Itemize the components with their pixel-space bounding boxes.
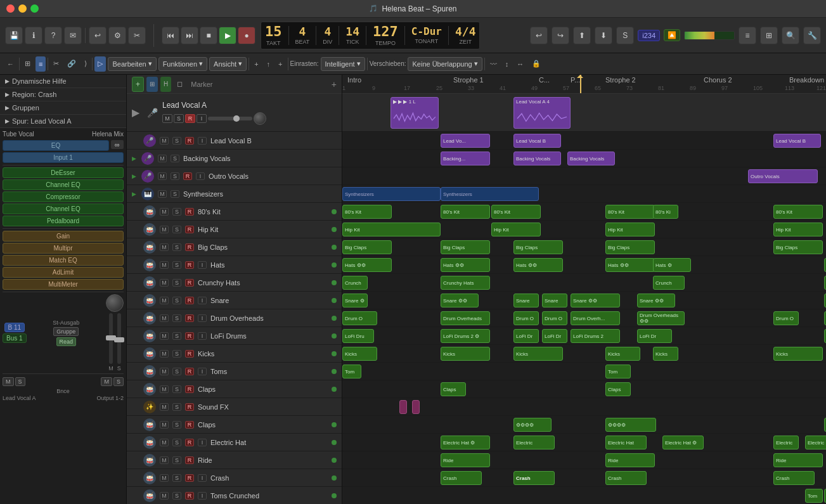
list-view-btn[interactable]: ≡ bbox=[35, 56, 46, 72]
marker-add-btn[interactable]: + bbox=[332, 79, 337, 89]
bus11-btn[interactable]: B 11 bbox=[4, 323, 25, 332]
clip-bigclaps-3[interactable]: Big Claps bbox=[513, 240, 563, 254]
M-btn-0[interactable]: M bbox=[160, 137, 169, 145]
R-btn-5[interactable]: R bbox=[185, 226, 194, 233]
clip-80kit-4[interactable]: 80's Kit bbox=[605, 205, 655, 219]
clip-outro-1[interactable]: Outro Vocals bbox=[748, 169, 818, 183]
clip-80kit-1[interactable]: 80's Kit bbox=[342, 205, 392, 219]
R-btn-7[interactable]: R bbox=[185, 261, 194, 269]
search-btn[interactable]: 🔍 bbox=[782, 27, 799, 44]
clip-do-1[interactable]: Drum O bbox=[342, 311, 377, 325]
clip-eh-5[interactable]: Electric bbox=[773, 436, 799, 449]
clip-do-6[interactable]: Drum Overheads ⚙⚙ bbox=[637, 311, 685, 325]
clip-lva-1[interactable]: ▶ ▶ ▶ 1 L bbox=[390, 97, 439, 129]
M-btn-16[interactable]: M bbox=[160, 421, 169, 429]
M-btn-15[interactable]: M bbox=[160, 403, 169, 411]
close-button[interactable] bbox=[6, 4, 15, 13]
M-btn-3[interactable]: M bbox=[158, 190, 167, 198]
clip-bv-3[interactable]: Backing Vocals bbox=[567, 152, 615, 165]
clip-bigclaps-5[interactable]: Big Claps bbox=[773, 240, 823, 254]
clip-do-5[interactable]: Drum Overh... bbox=[571, 311, 620, 325]
clip-lvb-2[interactable]: Lead Vocal B bbox=[513, 134, 561, 148]
M-btn-5[interactable]: M bbox=[160, 226, 169, 233]
clip-ch-3[interactable]: Crunch bbox=[653, 276, 685, 290]
clip-snare-5[interactable]: Snare ⚙⚙ bbox=[571, 294, 620, 307]
R-btn-17[interactable]: R bbox=[185, 439, 194, 446]
verschieben-select[interactable]: Keine Überlappung▾ bbox=[408, 57, 482, 71]
I-btn-20[interactable]: I bbox=[198, 492, 207, 500]
R-btn-12[interactable]: R bbox=[185, 350, 194, 358]
I-btn-10[interactable]: I bbox=[198, 314, 207, 322]
clip-bigclaps-4[interactable]: Big Claps bbox=[605, 240, 655, 254]
I-btn-2[interactable]: I bbox=[196, 172, 205, 180]
R-btn-13[interactable]: R bbox=[185, 368, 194, 375]
clip-snare-3[interactable]: Snare bbox=[513, 294, 539, 307]
clip-80kit-6[interactable]: 80's Kit bbox=[773, 205, 823, 219]
channel-eq2-btn[interactable]: Channel EQ bbox=[3, 204, 124, 214]
M-btn-14[interactable]: M bbox=[160, 385, 169, 393]
S-btn-15[interactable]: S bbox=[172, 403, 181, 411]
clip-kicks-5[interactable]: Kicks bbox=[653, 347, 678, 361]
clip-lva-a4[interactable]: Lead Vocal A 4 bbox=[513, 97, 571, 129]
clip-snare-1[interactable]: Snare ⚙ bbox=[342, 294, 368, 307]
track-view-btn[interactable]: ⊞ bbox=[146, 77, 158, 92]
R-btn-9[interactable]: R bbox=[185, 297, 194, 304]
clip-claps1-1[interactable]: Claps bbox=[441, 382, 466, 396]
R-btn-14[interactable]: R bbox=[185, 385, 194, 393]
fader1[interactable] bbox=[109, 313, 113, 364]
M-btn-11[interactable]: M bbox=[160, 332, 169, 340]
clip-bv-1[interactable]: Backing... bbox=[441, 152, 490, 165]
clip-ride-2[interactable]: Ride bbox=[605, 453, 655, 467]
S-btn-14[interactable]: S bbox=[172, 385, 181, 393]
M-btn-17[interactable]: M bbox=[160, 439, 169, 446]
S-btn-1[interactable]: S bbox=[171, 155, 179, 162]
share-btn[interactable]: ⬇ bbox=[595, 27, 612, 44]
play-btn[interactable]: ▶ bbox=[219, 27, 236, 44]
R-btn-20[interactable]: R bbox=[185, 492, 194, 500]
clip-ch-2[interactable]: Crunchy Hats bbox=[441, 276, 490, 290]
info-btn[interactable]: ℹ bbox=[25, 27, 42, 44]
clip-kicks-3[interactable]: Kicks bbox=[513, 347, 563, 361]
spur-section[interactable]: ▶ Spur: Lead Vocal A bbox=[0, 115, 126, 128]
clip-hipkit-1[interactable]: Hip Kit bbox=[342, 223, 441, 236]
clip-snare-2[interactable]: Snare ⚙⚙ bbox=[441, 294, 479, 307]
pedalboard-btn[interactable]: Pedalboard bbox=[3, 216, 124, 226]
fader2[interactable] bbox=[117, 313, 121, 364]
I-btn-11[interactable]: I bbox=[198, 332, 207, 340]
clip-crash-4[interactable]: Crash bbox=[773, 471, 815, 485]
m-btn-lva[interactable]: M bbox=[162, 114, 172, 123]
clip-tc-1[interactable]: Tom bbox=[805, 489, 823, 503]
adlimit-btn[interactable]: AdLimit bbox=[3, 267, 124, 278]
clip-kicks-1[interactable]: Kicks bbox=[342, 347, 377, 361]
M-btn-20[interactable]: M bbox=[160, 492, 169, 500]
ansicht-menu[interactable]: Ansicht▾ bbox=[209, 57, 247, 71]
clip-ld-2[interactable]: LoFi Drums 2 ⚙ bbox=[441, 329, 490, 343]
R-btn-18[interactable]: R bbox=[185, 456, 194, 464]
clip-kicks-6[interactable]: Kicks bbox=[773, 347, 823, 361]
M-btn-2[interactable]: M bbox=[158, 172, 167, 180]
clip-lvb-1[interactable]: Lead Vo... bbox=[441, 134, 490, 148]
S-btn-18[interactable]: S bbox=[172, 456, 181, 464]
fader-lva[interactable] bbox=[208, 117, 252, 120]
M-btn-12[interactable]: M bbox=[160, 350, 169, 358]
I-btn-7[interactable]: I bbox=[198, 261, 207, 269]
R-btn-0[interactable]: R bbox=[185, 137, 194, 145]
input-btn[interactable]: Input 1 bbox=[3, 152, 124, 163]
multipr-btn[interactable]: Multipr bbox=[3, 243, 124, 254]
R-btn-4[interactable]: R bbox=[185, 208, 194, 216]
M-btn-6[interactable]: M bbox=[160, 243, 169, 251]
gain-btn[interactable]: Gain bbox=[3, 231, 124, 242]
tuner-btn[interactable]: 🔼 bbox=[664, 29, 680, 41]
S-btn-7[interactable]: S bbox=[172, 261, 181, 269]
S-btn-19[interactable]: S bbox=[172, 474, 181, 482]
i-btn-lva[interactable]: I bbox=[197, 114, 207, 123]
R-btn-16[interactable]: R bbox=[185, 421, 194, 429]
multimeter-btn[interactable]: MultiMeter bbox=[3, 279, 124, 290]
clip-do-4[interactable]: Drum O bbox=[542, 311, 567, 325]
m-btn2[interactable]: M bbox=[3, 377, 14, 386]
clip-toms-1[interactable]: Tom bbox=[342, 365, 361, 378]
tracks-canvas[interactable]: ▶ ▶ ▶ 1 L Lead Vocal A 4 bbox=[342, 94, 826, 504]
S-btn-11[interactable]: S bbox=[172, 332, 181, 340]
eq-btn[interactable]: EQ bbox=[3, 140, 109, 151]
clip-ld-6[interactable]: LoFi Dr bbox=[637, 329, 672, 343]
